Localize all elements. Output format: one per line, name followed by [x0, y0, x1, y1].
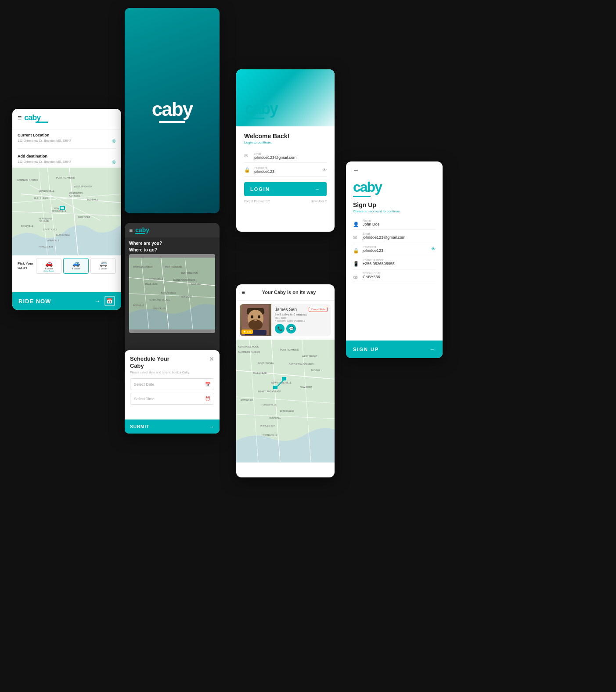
- signup-arrow-icon: →: [430, 347, 436, 352]
- email-content: Email johndoe123@gmail.com: [254, 152, 327, 160]
- driver-photo: ★ 4.5: [240, 304, 271, 336]
- clock-icon: ⏰: [205, 396, 210, 401]
- car-option-4-seater-assist[interactable]: 🚗 4 Seater (Caby Assist): [36, 258, 61, 274]
- location-pin-icon: ◎: [112, 138, 116, 143]
- car-option-7-seater[interactable]: 🚐 7 Seater: [90, 258, 116, 274]
- svg-text:BORGAN HILLS: BORGAN HILLS: [161, 292, 176, 294]
- signup-referral-content: Referal Code CABY536: [363, 272, 436, 279]
- driver-surname: Sen: [289, 307, 297, 312]
- signup-lock-icon: 🔒: [353, 248, 359, 254]
- dark-hamburger-icon[interactable]: ≡: [129, 227, 133, 234]
- car-icon-3: 🚐: [100, 260, 107, 267]
- signup-name-field[interactable]: 👤 Name John Doe: [353, 217, 436, 230]
- driver-name: James Sen: [275, 307, 297, 312]
- svg-text:HEARTLAND VILLAGE: HEARTLAND VILLAGE: [258, 390, 281, 393]
- person-icon: 👤: [353, 222, 359, 227]
- signup-referral-field[interactable]: 🎟 Referal Code CABY536: [353, 269, 436, 282]
- signup-phone-label: Phone Number: [363, 258, 436, 262]
- dark-top-bar: ≡ caby: [125, 223, 220, 237]
- map-area: MARINERS HARBOR PORT RICHMOND WEST BRIGH…: [12, 168, 121, 255]
- login-logo-text: caby: [245, 101, 326, 117]
- ride-now-button[interactable]: RIDE NOW → 📅: [12, 292, 121, 310]
- submit-button[interactable]: SUBMIT →: [125, 420, 220, 434]
- message-button[interactable]: 💬: [286, 324, 296, 333]
- divider: [18, 148, 116, 149]
- svg-text:ANNADALE: ANNADALE: [269, 416, 281, 419]
- screen-dark-map: ≡ caby Where are you? Where to go? MARIN…: [125, 223, 220, 363]
- car-option-4-seater[interactable]: 🚙 4 Seater: [63, 258, 89, 274]
- signup-referral-label: Referal Code: [363, 272, 436, 275]
- submit-label: SUBMIT: [130, 424, 149, 429]
- password-value: johndoe123: [254, 169, 319, 174]
- new-user-link[interactable]: New User ?: [310, 200, 327, 203]
- svg-text:NEW DORP: NEW DORP: [78, 216, 90, 219]
- screen-tracking: ≡ Your Caby is on its way: [236, 284, 335, 477]
- password-content: Password johndoe123: [254, 166, 319, 174]
- dark-map-area: MARINERS HARBOR PORT RICHMOND WEST BRIGH…: [129, 254, 215, 333]
- call-button[interactable]: 📞: [275, 324, 285, 333]
- arrow-right-icon: →: [94, 298, 101, 305]
- svg-text:PORT RICHMOND: PORT RICHMOND: [165, 266, 182, 268]
- signup-logo-underline: [353, 196, 371, 197]
- login-subtitle: Login to continue.: [244, 140, 327, 144]
- schedule-icon-button[interactable]: 📅: [104, 296, 115, 306]
- hamburger-icon[interactable]: ≡: [18, 114, 22, 122]
- svg-text:PORT RICHMOND: PORT RICHMOND: [56, 176, 75, 179]
- email-icon: ✉: [244, 153, 250, 159]
- login-button[interactable]: LOGIN →: [244, 182, 327, 196]
- svg-text:PRINCES BAY: PRINCES BAY: [260, 424, 275, 427]
- login-logo-underline: [245, 118, 264, 119]
- where-to-go-label: Where to go?: [129, 247, 215, 252]
- eye-icon[interactable]: 👁: [322, 168, 327, 172]
- svg-text:ANNADALE: ANNADALE: [47, 239, 60, 242]
- cancel-ride-button[interactable]: Cancel Ride: [309, 307, 328, 312]
- screen-main-map: ≡ caby Current Location 112 Greenview Dr…: [12, 109, 121, 310]
- signup-label: SIGN UP: [353, 347, 379, 352]
- back-button[interactable]: ←: [353, 167, 436, 174]
- car-section: Pick YourCABY 🚗 4 Seater (Caby Assist) 🚙…: [12, 255, 121, 276]
- forgot-password-link[interactable]: Forgot Password ?: [244, 200, 270, 203]
- driver-card: ★ 4.5 James Sen Cancel Ride I will arriv…: [240, 304, 331, 336]
- signup-password-content: Password johndoe123 👁: [363, 245, 436, 253]
- login-header: caby: [236, 69, 335, 126]
- signup-logo-text: caby: [353, 179, 436, 195]
- svg-text:GRANITEVILLE: GRANITEVILLE: [39, 190, 55, 192]
- svg-text:ELTINGVILLE: ELTINGVILLE: [280, 410, 294, 412]
- svg-text:BULLS HEAD: BULLS HEAD: [253, 372, 267, 374]
- star-icon: ★: [243, 330, 246, 333]
- signup-email-field[interactable]: ✉ Email johndoe123@gmail.com: [353, 230, 436, 243]
- svg-text:BULLS HEAD: BULLS HEAD: [145, 283, 158, 285]
- select-date-field[interactable]: Select Date 📅: [130, 378, 214, 390]
- signup-phone-field[interactable]: 📱 Phone Number +256 9526505955: [353, 256, 436, 269]
- signup-eye-icon[interactable]: 👁: [431, 247, 436, 251]
- login-footer: Forgot Password ? New User ?: [244, 200, 327, 203]
- ride-now-label: RIDE NOW: [18, 298, 51, 305]
- signup-password-inner: Password johndoe123: [363, 245, 431, 253]
- email-label: Email: [254, 152, 327, 155]
- schedule-close-icon[interactable]: ✕: [209, 355, 214, 362]
- signup-password-field[interactable]: 🔒 Password johndoe123 👁: [353, 243, 436, 256]
- svg-point-52: [254, 319, 257, 321]
- driver-info: James Sen Cancel Ride I will arrive in 6…: [271, 304, 331, 336]
- logo-container: caby: [24, 113, 48, 123]
- destination-value: 112 Greenview Dr, Brandon MS, 39047 ◎: [18, 159, 116, 164]
- password-field[interactable]: 🔒 Password johndoe123 👁: [244, 164, 327, 177]
- svg-text:BULLS HEAD: BULLS HEAD: [34, 197, 48, 200]
- svg-text:MARINERS HARBOR: MARINERS HARBOR: [133, 266, 153, 268]
- signup-button[interactable]: SIGN UP →: [346, 341, 443, 358]
- map-background: MARINERS HARBOR PORT RICHMOND WEST BRIGH…: [12, 168, 121, 255]
- email-field[interactable]: ✉ Email johndoe123@gmail.com: [244, 150, 327, 163]
- svg-text:ROSSVILLE: ROSSVILLE: [133, 305, 144, 307]
- tracking-top-bar: ≡ Your Caby is on its way: [236, 284, 335, 301]
- svg-text:CONSTABLE HOOK: CONSTABLE HOOK: [238, 345, 259, 348]
- signup-phone-content: Phone Number +256 9526505955: [363, 258, 436, 266]
- lock-icon: 🔒: [244, 167, 250, 173]
- signup-email-content: Email johndoe123@gmail.com: [363, 232, 436, 240]
- select-time-field[interactable]: Select Time ⏰: [130, 393, 214, 405]
- email-value: johndoe123@gmail.com: [254, 155, 327, 160]
- splash-logo-underline: [159, 121, 185, 123]
- login-logo-container: caby: [245, 101, 326, 119]
- svg-text:PORT RICHMOND: PORT RICHMOND: [280, 348, 299, 351]
- tracking-hamburger-icon[interactable]: ≡: [241, 289, 245, 296]
- svg-rect-27: [61, 207, 64, 209]
